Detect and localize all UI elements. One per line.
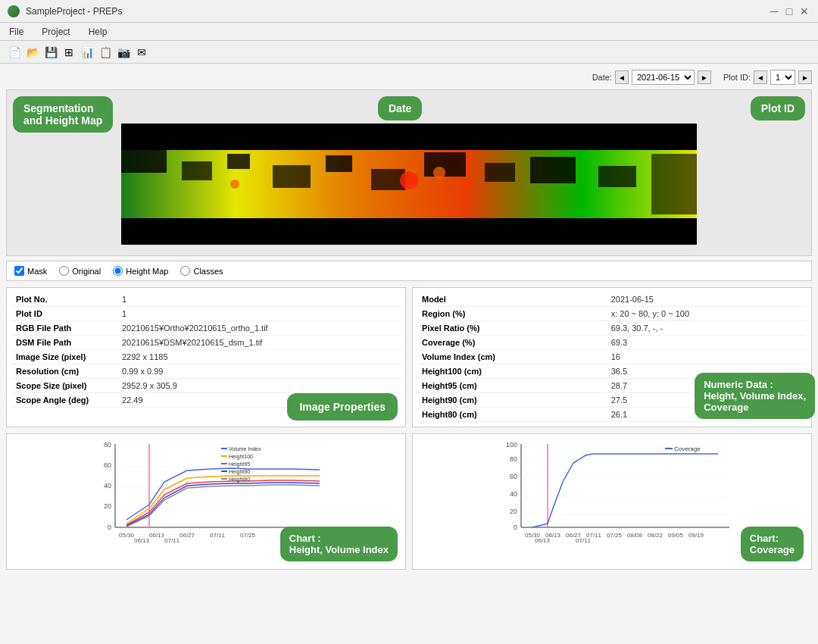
table-row: Volume Index (cm)16	[417, 350, 807, 364]
svg-text:20: 20	[104, 502, 111, 510]
svg-rect-73	[665, 448, 673, 449]
svg-text:80: 80	[510, 455, 517, 463]
original-radio-label[interactable]: Original	[59, 266, 101, 276]
date-select[interactable]: 2021-06-15	[632, 70, 695, 85]
classes-radio[interactable]	[180, 266, 190, 276]
toolbar-mail[interactable]: ✉	[133, 44, 150, 61]
classes-radio-label[interactable]: Classes	[180, 266, 223, 276]
plot-id-label: Plot ID:	[723, 73, 751, 82]
classes-label: Classes	[193, 267, 223, 276]
svg-text:Volume Index: Volume Index	[229, 446, 261, 452]
prop-label: Scope Size (pixel)	[11, 379, 117, 393]
image-properties-table: Plot No.1Plot ID1RGB File Path20210615¥O…	[11, 292, 401, 408]
menu-project[interactable]: Project	[39, 25, 73, 39]
original-radio[interactable]	[59, 266, 69, 276]
prop-label: DSM File Path	[11, 336, 117, 350]
svg-rect-11	[530, 157, 576, 183]
menu-file[interactable]: File	[6, 25, 27, 39]
svg-text:Height90: Height90	[229, 469, 250, 475]
toolbar-chart[interactable]: 📊	[79, 44, 95, 61]
toolbar: 📄 📂 💾 ⊞ 📊 📋 📷 ✉	[0, 41, 818, 64]
svg-point-17	[433, 167, 445, 179]
svg-text:09/05: 09/05	[668, 532, 684, 539]
svg-text:100: 100	[506, 441, 517, 449]
svg-rect-42	[221, 463, 227, 464]
svg-text:60: 60	[104, 461, 111, 469]
numeric-label: Coverage (%)	[417, 336, 607, 350]
svg-text:Height80: Height80	[229, 477, 250, 483]
prop-label: Image Size (pixel)	[11, 350, 117, 364]
table-row: Region (%)x: 20 ~ 80, y: 0 ~ 100	[417, 307, 807, 321]
svg-rect-3	[121, 150, 167, 173]
numeric-value: 16	[607, 350, 807, 364]
menu-help[interactable]: Help	[86, 25, 111, 39]
table-row: Coverage (%)69.3	[417, 336, 807, 350]
svg-text:07/11: 07/11	[210, 532, 226, 539]
svg-rect-5	[227, 154, 250, 169]
table-row: RGB File Path20210615¥Ortho¥20210615_ort…	[11, 321, 401, 336]
svg-rect-4	[182, 161, 212, 180]
svg-text:05/30: 05/30	[119, 532, 135, 539]
image-properties-panel: Plot No.1Plot ID1RGB File Path20210615¥O…	[6, 287, 406, 427]
svg-text:07/25: 07/25	[240, 532, 256, 539]
svg-text:20: 20	[510, 508, 517, 515]
segmentation-bubble: Segmentationand Height Map	[13, 96, 113, 133]
title-bar-controls: ─ □ ✕	[768, 5, 810, 17]
toolbar-camera[interactable]: 📷	[115, 44, 132, 61]
numeric-label: Pixel Ratio (%)	[417, 321, 607, 336]
svg-rect-6	[273, 165, 311, 188]
maximize-button[interactable]: □	[783, 5, 795, 17]
svg-text:0: 0	[108, 524, 111, 531]
svg-point-18	[230, 180, 239, 189]
plot-next-button[interactable]: ►	[798, 70, 812, 84]
table-row: Scope Size (pixel)2952.9 x 305.9	[11, 379, 401, 393]
table-row: Plot No.1	[11, 292, 401, 307]
chart-height-volume: 0 20 40 60 80 05/30 06/13 06/27 07/11 07…	[6, 433, 406, 570]
plot-prev-button[interactable]: ◄	[754, 70, 767, 84]
prop-value: 1	[117, 292, 401, 307]
svg-rect-13	[651, 154, 697, 214]
table-row: Model2021-06-15	[417, 292, 807, 307]
numeric-value: 2021-06-15	[607, 292, 807, 307]
menu-bar: File Project Help	[0, 23, 818, 41]
chart-height-bubble: Chart :Height, Volume Index	[280, 527, 398, 561]
height-map-radio[interactable]	[113, 266, 123, 276]
plot-id-bubble: Plot ID	[751, 96, 805, 120]
svg-text:09/19: 09/19	[688, 532, 704, 539]
image-properties-bubble: Image Properties	[287, 393, 398, 420]
height-map-radio-label[interactable]: Height Map	[113, 266, 168, 276]
numeric-data-panel: Model2021-06-15Region (%)x: 20 ~ 80, y: …	[412, 287, 812, 427]
mask-checkbox[interactable]	[14, 266, 24, 276]
svg-text:Height95: Height95	[229, 461, 250, 467]
minimize-button[interactable]: ─	[768, 5, 780, 17]
close-button[interactable]: ✕	[798, 5, 810, 17]
svg-text:07/11: 07/11	[576, 537, 592, 544]
table-row: DSM File Path20210615¥DSM¥20210615_dsm_1…	[11, 336, 401, 350]
svg-rect-12	[598, 166, 636, 187]
numeric-label: Height90 (cm)	[417, 393, 607, 408]
date-next-button[interactable]: ►	[698, 70, 711, 84]
mask-checkbox-label[interactable]: Mask	[14, 266, 47, 276]
height-map	[121, 123, 697, 245]
toolbar-clipboard[interactable]: 📋	[97, 44, 114, 61]
toolbar-grid[interactable]: ⊞	[61, 44, 77, 61]
toolbar-save[interactable]: 💾	[42, 44, 59, 61]
table-row: Plot ID1	[11, 307, 401, 321]
date-prev-button[interactable]: ◄	[615, 70, 629, 84]
radio-controls: Mask Original Height Map Classes	[6, 261, 812, 281]
original-label: Original	[72, 267, 101, 276]
app-icon	[8, 5, 20, 17]
table-row: Image Size (pixel)2292 x 1185	[11, 350, 401, 364]
plot-id-select[interactable]: 1	[770, 70, 795, 85]
height-map-label: Height Map	[126, 267, 168, 276]
prop-value: 2292 x 1185	[117, 350, 401, 364]
toolbar-open[interactable]: 📂	[24, 44, 41, 61]
prop-value: 0.99 x 0.99	[117, 364, 401, 379]
toolbar-new[interactable]: 📄	[6, 44, 23, 61]
numeric-label: Model	[417, 292, 607, 307]
window-title: SampleProject - PREPs	[26, 6, 122, 17]
prop-value: 2952.9 x 305.9	[117, 379, 401, 393]
chart-coverage: 0 20 40 60 80 100 05/30 06/13 06/27 07/1…	[412, 433, 812, 570]
svg-text:40: 40	[510, 490, 517, 498]
svg-text:06/13: 06/13	[149, 532, 165, 539]
